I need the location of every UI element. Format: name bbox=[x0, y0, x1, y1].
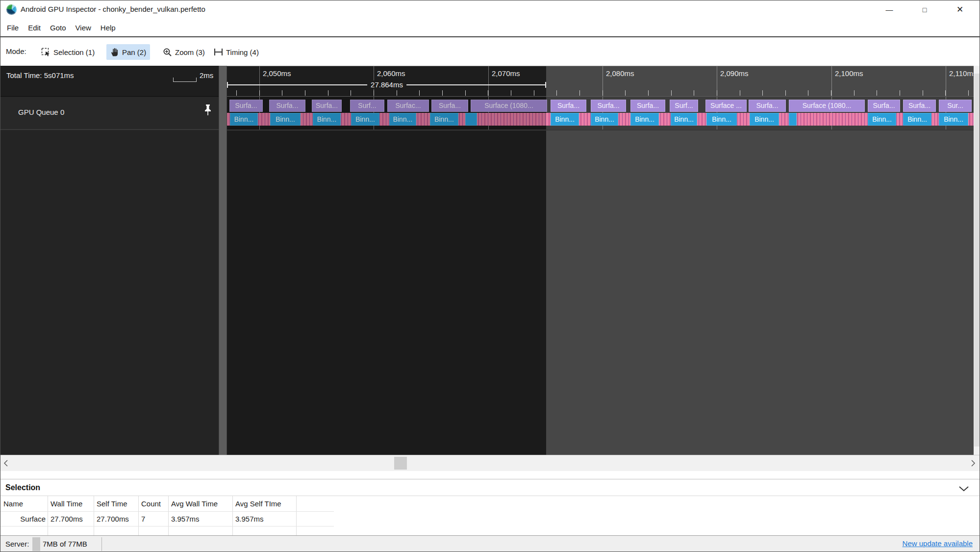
ruler-minor-tick bbox=[945, 90, 946, 96]
measurement-cap-left bbox=[227, 82, 228, 88]
minimize-button[interactable]: — bbox=[878, 0, 901, 19]
server-label: Server: bbox=[5, 540, 29, 548]
ruler-tick-label: 2,100ms bbox=[835, 69, 863, 78]
app-icon bbox=[6, 4, 17, 15]
selection-panel-header[interactable]: Selection bbox=[0, 479, 980, 496]
column-header-count[interactable]: Count bbox=[141, 499, 166, 508]
vertical-scrollbar[interactable] bbox=[974, 66, 980, 455]
server-memory-gauge: 7MB of 77MB bbox=[32, 537, 102, 551]
menu-item-goto[interactable]: Goto bbox=[50, 24, 66, 32]
mode-zoom-button[interactable]: Zoom (3) bbox=[159, 44, 209, 60]
surface-slice[interactable]: Surf... bbox=[350, 100, 384, 112]
column-header-wall-time[interactable]: Wall Time bbox=[50, 499, 92, 508]
binning-slice[interactable] bbox=[789, 113, 797, 126]
horizontal-scrollbar-thumb[interactable] bbox=[394, 457, 407, 470]
surface-slice[interactable]: Surfac... bbox=[387, 100, 429, 112]
timeline-canvas[interactable]: 2,050ms2,060ms2,070ms2,080ms2,090ms2,100… bbox=[227, 66, 974, 455]
surface-slice[interactable]: Surface (1080... bbox=[471, 100, 547, 112]
menu-item-file[interactable]: File bbox=[7, 24, 19, 32]
chevron-down-icon[interactable] bbox=[958, 485, 969, 494]
surface-slice[interactable]: Surfa... bbox=[630, 100, 665, 112]
surface-slice[interactable]: Sur... bbox=[939, 100, 972, 112]
panel-gap bbox=[0, 471, 980, 479]
binning-slice[interactable]: Binn... bbox=[551, 113, 579, 126]
vertical-scrollbar-thumb[interactable] bbox=[974, 74, 980, 447]
pin-icon[interactable] bbox=[203, 104, 213, 118]
ruler-minor-tick bbox=[694, 90, 694, 96]
measurement-label: 27.864ms bbox=[367, 80, 406, 89]
surface-slice[interactable]: Surfa... bbox=[551, 100, 586, 112]
surface-slice[interactable]: Surfa... bbox=[229, 100, 263, 112]
column-separator bbox=[168, 496, 169, 536]
column-header-self-time[interactable]: Self Time bbox=[97, 499, 136, 508]
scroll-left-icon[interactable] bbox=[4, 460, 8, 467]
binning-slice[interactable]: Binn... bbox=[868, 113, 896, 126]
ruler-minor-tick bbox=[831, 90, 831, 96]
scroll-right-icon[interactable] bbox=[971, 460, 975, 467]
ruler-minor-tick bbox=[236, 90, 237, 96]
surface-slice[interactable]: Surfa... bbox=[269, 100, 305, 112]
surface-slice[interactable]: Surfa... bbox=[749, 100, 786, 112]
surface-slice[interactable]: Surfa... bbox=[868, 100, 900, 112]
table-cell: 3.957ms bbox=[235, 515, 294, 523]
binning-slice[interactable]: Binn... bbox=[939, 113, 968, 126]
scale-label: 2ms bbox=[200, 71, 213, 79]
ruler-minor-tick bbox=[419, 90, 420, 96]
ruler-minor-tick bbox=[900, 90, 900, 96]
maximize-button[interactable]: □ bbox=[913, 0, 936, 19]
ruler-minor-tick bbox=[717, 90, 717, 96]
binning-slice[interactable]: Binn... bbox=[351, 113, 379, 126]
ruler-tick-label: 2,060ms bbox=[377, 69, 405, 78]
surface-slice[interactable]: Surface (1080... bbox=[789, 100, 865, 112]
binning-slice[interactable]: Binn... bbox=[706, 113, 737, 126]
column-header-avg-wall-time[interactable]: Avg Wall Time bbox=[171, 499, 230, 508]
binning-slice[interactable]: Binn... bbox=[313, 113, 341, 126]
binning-slice[interactable]: Binn... bbox=[630, 113, 659, 126]
binning-slice[interactable]: Binn... bbox=[750, 113, 779, 126]
track-bottom-line bbox=[227, 130, 974, 131]
binning-slice[interactable]: Binn... bbox=[389, 113, 416, 126]
column-header-avg-self-time[interactable]: Avg Self TIme bbox=[235, 499, 294, 508]
selection-panel-title: Selection bbox=[5, 483, 40, 492]
ruler-minor-tick bbox=[762, 90, 763, 96]
ruler-minor-tick bbox=[282, 90, 282, 96]
ruler-tick-label: 2,090ms bbox=[720, 69, 749, 78]
window-title: Android GPU Inspector - chonky_bender_vu… bbox=[21, 5, 205, 13]
table-cell: 3.957ms bbox=[171, 515, 230, 523]
close-button[interactable]: ✕ bbox=[949, 0, 971, 19]
track-label-panel: Total Time: 5s071ms 2ms GPU Queue 0 bbox=[0, 66, 219, 455]
menu-item-help[interactable]: Help bbox=[101, 24, 116, 32]
binning-slice[interactable]: Binn... bbox=[671, 113, 697, 126]
menu-item-edit[interactable]: Edit bbox=[28, 24, 41, 32]
binning-slice[interactable]: Binn... bbox=[591, 113, 618, 126]
ruler-minor-tick bbox=[877, 90, 877, 96]
panel-splitter[interactable] bbox=[219, 66, 227, 455]
gpu-queue-track-header[interactable]: GPU Queue 0 bbox=[0, 97, 219, 130]
binning-slice[interactable] bbox=[465, 113, 477, 126]
ruler-minor-tick bbox=[511, 90, 511, 96]
binning-slice[interactable]: Binn... bbox=[430, 113, 458, 126]
selection-icon bbox=[41, 48, 50, 57]
update-link[interactable]: New update available bbox=[903, 539, 973, 548]
binning-slice[interactable]: Binn... bbox=[270, 113, 301, 126]
surface-slice[interactable]: Surfa... bbox=[903, 100, 936, 112]
mode-pan-button[interactable]: Pan (2) bbox=[106, 44, 150, 60]
horizontal-scrollbar[interactable] bbox=[0, 455, 980, 471]
binning-slice[interactable]: Binn... bbox=[230, 113, 258, 126]
surface-slice[interactable]: Surf... bbox=[670, 100, 698, 112]
track-name: GPU Queue 0 bbox=[18, 108, 64, 116]
binning-slice[interactable]: Binn... bbox=[903, 113, 931, 126]
mode-timing-button[interactable]: Timing (4) bbox=[210, 44, 263, 60]
column-header-name[interactable]: Name bbox=[3, 499, 46, 508]
mode-selection-button[interactable]: Selection (1) bbox=[37, 44, 99, 60]
column-separator bbox=[48, 496, 48, 536]
column-separator bbox=[138, 496, 139, 536]
surface-slice[interactable]: Surface ... bbox=[705, 100, 747, 112]
menu-item-view[interactable]: View bbox=[75, 24, 91, 32]
column-separator bbox=[94, 496, 94, 536]
surface-slice[interactable]: Surfa... bbox=[312, 100, 342, 112]
table-cell: 27.700ms bbox=[97, 515, 136, 523]
empty-area-selected-range bbox=[227, 131, 546, 455]
surface-slice[interactable]: Surfa... bbox=[431, 100, 468, 112]
surface-slice[interactable]: Surfa... bbox=[591, 100, 626, 112]
